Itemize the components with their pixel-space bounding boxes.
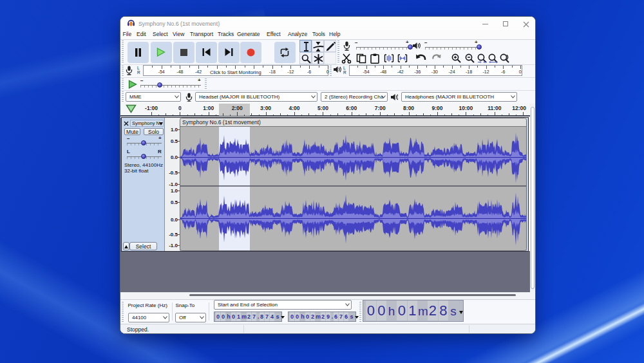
svg-text:Symphony No.6 (1st movement): Symphony No.6 (1st movement) xyxy=(182,119,261,126)
